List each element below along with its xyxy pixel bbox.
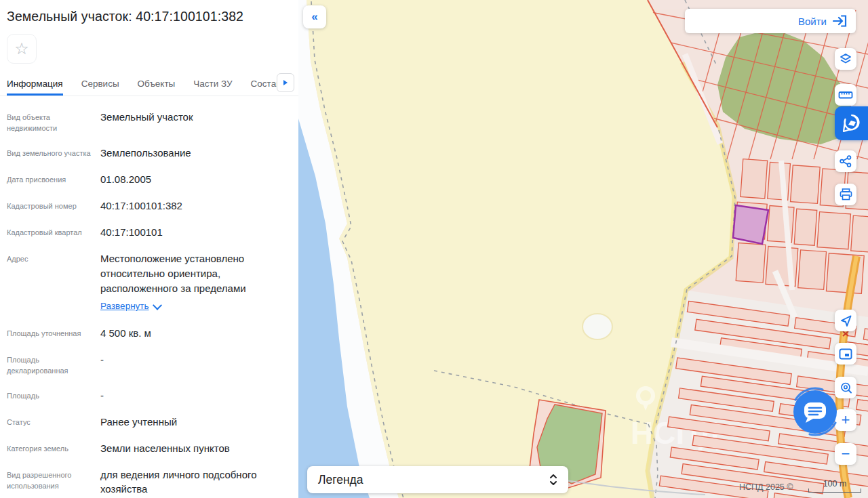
tabs-scroll-right-button[interactable]: [277, 73, 294, 92]
locate-button[interactable]: [835, 310, 856, 331]
overview-map-icon: [839, 348, 852, 360]
identify-parcel-button[interactable]: [835, 106, 868, 140]
printer-icon: [840, 188, 852, 201]
ruler-icon: [838, 89, 853, 100]
field-row: Площадь -: [7, 388, 292, 402]
field-row: Категория земель Земли населенных пункто…: [7, 441, 292, 455]
chevron-down-icon: [152, 301, 161, 310]
tab-parcel-parts[interactable]: Части ЗУ: [193, 73, 232, 96]
double-chevron-left-icon: «: [311, 10, 317, 24]
favorite-button[interactable]: ☆: [7, 34, 37, 64]
overview-map-button[interactable]: [835, 343, 856, 365]
field-row: Кадастровый квартал 40:17:100101: [7, 225, 292, 239]
legend-toggle[interactable]: Легенда: [307, 466, 568, 493]
field-row: Вид объекта недвижимости Земельный участ…: [7, 110, 292, 133]
layers-icon: [839, 52, 852, 66]
login-label: Войти: [798, 16, 827, 27]
scale-bar: 100 m: [808, 479, 861, 493]
fields-list: Вид объекта недвижимости Земельный участ…: [0, 96, 298, 498]
legend-label: Легенда: [318, 473, 363, 487]
tab-information[interactable]: Информация: [7, 73, 63, 96]
identify-parcel-icon: [842, 114, 861, 133]
zoom-out-button[interactable]: −: [835, 443, 856, 465]
tab-objects[interactable]: Объекты: [138, 73, 176, 96]
share-icon: [840, 155, 852, 167]
layers-button[interactable]: [835, 48, 856, 70]
tab-services[interactable]: Сервисы: [81, 73, 119, 96]
expand-address-link[interactable]: Развернуть: [100, 299, 149, 314]
collapse-panel-button[interactable]: «: [303, 5, 326, 28]
field-row: Кадастровый номер 40:17:100101:382: [7, 199, 292, 213]
login-icon: [833, 15, 848, 27]
triangle-right-icon: [283, 80, 288, 85]
expand-collapse-icon: [549, 474, 557, 486]
map-tiles: НСПД: [298, 0, 868, 498]
minus-icon: −: [842, 445, 850, 463]
field-row: Дата присвоения 01.08.2005: [7, 172, 292, 186]
star-icon: ☆: [14, 41, 29, 57]
field-row: Площадь декларированная -: [7, 352, 292, 376]
selected-parcel[interactable]: [733, 205, 768, 244]
field-row: Вид земельного участка Землепользование: [7, 146, 292, 160]
map-canvas[interactable]: НСПД: [298, 0, 868, 498]
print-button[interactable]: [835, 184, 856, 205]
info-panel: Земельный участок: 40:17:100101:382 ☆ Ин…: [0, 0, 298, 498]
measure-button[interactable]: [835, 84, 856, 106]
excluded-area: [583, 314, 612, 339]
share-button[interactable]: [835, 150, 856, 172]
scale-label: 100 m: [808, 479, 861, 489]
field-row: Статус Ранее учтенный: [7, 415, 292, 429]
field-row: Вид разрешенного использования для веден…: [7, 468, 292, 496]
field-row-address: Адрес Местоположение установлено относит…: [7, 251, 292, 314]
page-title: Земельный участок: 40:17:100101:382: [0, 0, 298, 24]
chat-button[interactable]: [785, 382, 845, 442]
field-row: Площадь уточненная 4 500 кв. м: [7, 326, 292, 340]
map-attribution: НСПД 2025 ©: [739, 482, 793, 492]
login-button[interactable]: Войти: [685, 9, 856, 33]
tab-bar: Информация Сервисы Объекты Части ЗУ Сост…: [0, 73, 298, 96]
locate-icon: [840, 314, 852, 327]
